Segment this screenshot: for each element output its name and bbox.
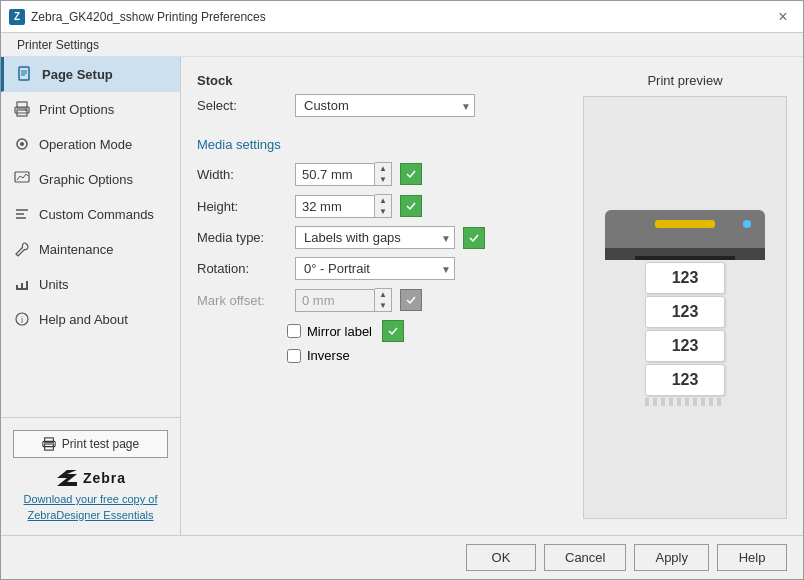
preview-panel: Print preview 123 123 123 bbox=[583, 57, 803, 535]
rotation-label: Rotation: bbox=[197, 261, 287, 276]
svg-point-9 bbox=[20, 142, 24, 146]
svg-rect-14 bbox=[26, 281, 28, 288]
printer-preview: 123 123 123 123 bbox=[605, 210, 765, 406]
window-title: Zebra_GK420d_sshow Printing Preferences bbox=[31, 10, 771, 24]
help-about-label: Help and About bbox=[39, 312, 128, 327]
sidebar-item-custom-commands[interactable]: Custom Commands bbox=[1, 197, 180, 232]
mark-offset-spin-down: ▼ bbox=[375, 300, 391, 311]
page-icon bbox=[16, 65, 34, 83]
zebra-logo-text: Zebra bbox=[83, 470, 126, 486]
print-options-label: Print Options bbox=[39, 102, 114, 117]
print-test-button[interactable]: Print test page bbox=[13, 430, 168, 458]
custom-commands-label: Custom Commands bbox=[39, 207, 154, 222]
label-item-2: 123 bbox=[645, 296, 725, 328]
mark-offset-spin: ▲ ▼ bbox=[375, 288, 392, 312]
mirror-green-btn[interactable] bbox=[382, 320, 404, 342]
media-settings-title: Media settings bbox=[197, 137, 567, 152]
height-row: Height: ▲ ▼ bbox=[197, 194, 567, 218]
height-spin-down[interactable]: ▼ bbox=[375, 206, 391, 217]
sidebar-item-graphic-options[interactable]: Graphic Options bbox=[1, 162, 180, 197]
select-label: Select: bbox=[197, 98, 287, 113]
media-type-select[interactable]: Labels with gaps Continuous Labels with … bbox=[295, 226, 455, 249]
inverse-row: Inverse bbox=[197, 348, 567, 363]
bottom-bar: OK Cancel Apply Help bbox=[1, 535, 803, 579]
printer-slot-area bbox=[605, 248, 765, 260]
mirror-label-text: Mirror label bbox=[307, 324, 372, 339]
menu-bar: Printer Settings bbox=[1, 33, 803, 57]
width-input[interactable] bbox=[295, 163, 375, 186]
sidebar-item-help-about[interactable]: i Help and About bbox=[1, 302, 180, 337]
cancel-button[interactable]: Cancel bbox=[544, 544, 626, 571]
zebra-designer-link[interactable]: Download your free copy of ZebraDesigner… bbox=[13, 492, 168, 523]
label-strip: 123 123 123 123 bbox=[645, 262, 725, 406]
mirror-label-row: Mirror label bbox=[197, 320, 567, 342]
info-icon: i bbox=[13, 310, 31, 328]
graphic-icon bbox=[13, 170, 31, 188]
media-type-green-btn[interactable] bbox=[463, 227, 485, 249]
preview-box: 123 123 123 123 bbox=[583, 96, 787, 519]
mark-offset-green-btn bbox=[400, 289, 422, 311]
rotation-row: Rotation: 0° - Portrait 90° - Landscape … bbox=[197, 257, 567, 280]
media-type-row: Media type: Labels with gaps Continuous … bbox=[197, 226, 567, 249]
sidebar-item-page-setup[interactable]: Page Setup bbox=[1, 57, 180, 92]
svg-rect-12 bbox=[16, 285, 18, 288]
maintenance-label: Maintenance bbox=[39, 242, 113, 257]
units-icon bbox=[13, 275, 31, 293]
height-spin-up[interactable]: ▲ bbox=[375, 195, 391, 206]
app-icon: Z bbox=[9, 9, 25, 25]
media-settings-section: Media settings Width: ▲ ▼ bbox=[197, 137, 567, 369]
main-window: Z Zebra_GK420d_sshow Printing Preference… bbox=[0, 0, 804, 580]
svg-rect-11 bbox=[16, 288, 28, 290]
svg-rect-13 bbox=[21, 283, 23, 288]
height-spin: ▲ ▼ bbox=[375, 194, 392, 218]
mark-offset-spin-up: ▲ bbox=[375, 289, 391, 300]
preview-title: Print preview bbox=[583, 73, 787, 88]
help-button[interactable]: Help bbox=[717, 544, 787, 571]
height-input[interactable] bbox=[295, 195, 375, 218]
operation-mode-label: Operation Mode bbox=[39, 137, 132, 152]
mark-offset-row: Mark offset: ▲ ▼ bbox=[197, 288, 567, 312]
sidebar-item-maintenance[interactable]: Maintenance bbox=[1, 232, 180, 267]
select-row: Select: Custom ▼ bbox=[197, 94, 567, 117]
height-input-group: ▲ ▼ bbox=[295, 194, 392, 218]
inverse-label: Inverse bbox=[307, 348, 350, 363]
inverse-checkbox[interactable] bbox=[287, 349, 301, 363]
page-setup-label: Page Setup bbox=[42, 67, 113, 82]
rotation-select[interactable]: 0° - Portrait 90° - Landscape 180° - Por… bbox=[295, 257, 455, 280]
select-wrapper: Custom ▼ bbox=[295, 94, 475, 117]
mark-offset-label: Mark offset: bbox=[197, 293, 287, 308]
label-item-3: 123 bbox=[645, 330, 725, 362]
menu-printer-settings[interactable]: Printer Settings bbox=[9, 36, 107, 54]
mirror-label-checkbox[interactable] bbox=[287, 324, 301, 338]
svg-point-7 bbox=[25, 109, 27, 111]
sidebar-item-operation-mode[interactable]: Operation Mode bbox=[1, 127, 180, 162]
apply-button[interactable]: Apply bbox=[634, 544, 709, 571]
close-button[interactable]: × bbox=[771, 5, 795, 29]
width-green-btn[interactable] bbox=[400, 163, 422, 185]
sidebar: Page Setup Print Options Operation Mode … bbox=[1, 57, 181, 535]
content-area: Page Setup Print Options Operation Mode … bbox=[1, 57, 803, 535]
printer-slot bbox=[635, 256, 735, 260]
printer-body-top bbox=[605, 210, 765, 248]
stock-select[interactable]: Custom bbox=[295, 94, 475, 117]
width-spin-down[interactable]: ▼ bbox=[375, 174, 391, 185]
mark-offset-input-group: ▲ ▼ bbox=[295, 288, 392, 312]
custom-icon bbox=[13, 205, 31, 223]
width-input-group: ▲ ▼ bbox=[295, 162, 392, 186]
height-green-btn[interactable] bbox=[400, 195, 422, 217]
sidebar-item-print-options[interactable]: Print Options bbox=[1, 92, 180, 127]
svg-text:i: i bbox=[21, 315, 23, 325]
label-item-4: 123 bbox=[645, 364, 725, 396]
wrench-icon bbox=[13, 240, 31, 258]
ok-button[interactable]: OK bbox=[466, 544, 536, 571]
stock-title: Stock bbox=[197, 73, 567, 88]
width-row: Width: ▲ ▼ bbox=[197, 162, 567, 186]
graphic-options-label: Graphic Options bbox=[39, 172, 133, 187]
media-type-label: Media type: bbox=[197, 230, 287, 245]
width-spin-up[interactable]: ▲ bbox=[375, 163, 391, 174]
zebra-logo: Zebra Download your free copy of ZebraDe… bbox=[13, 468, 168, 523]
rotation-wrapper: 0° - Portrait 90° - Landscape 180° - Por… bbox=[295, 257, 455, 280]
width-spin: ▲ ▼ bbox=[375, 162, 392, 186]
printer-light-yellow bbox=[655, 220, 715, 228]
sidebar-item-units[interactable]: Units bbox=[1, 267, 180, 302]
